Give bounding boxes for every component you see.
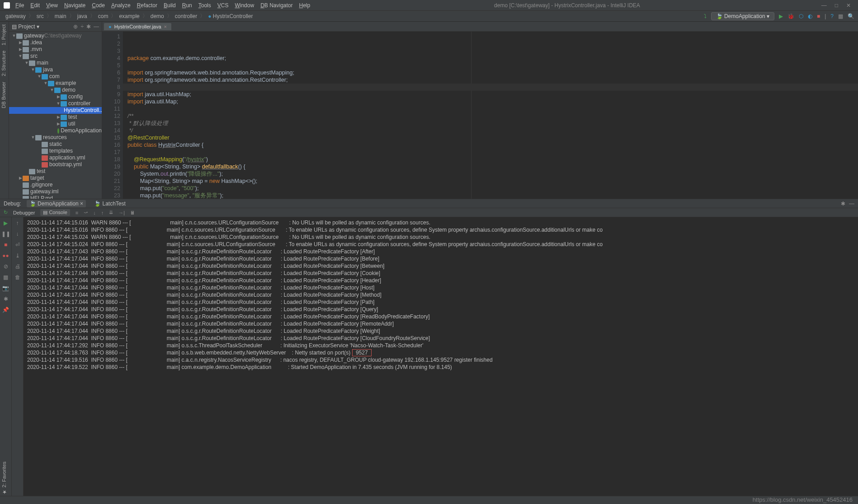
menu-run[interactable]: Run bbox=[179, 1, 195, 9]
tree-item-application-yml[interactable]: application.yml bbox=[9, 154, 102, 161]
tree-item-bootstrap-yml[interactable]: bootstrap.yml bbox=[9, 161, 102, 168]
code-line-16[interactable]: public Map<String, String> defaultfallba… bbox=[127, 163, 858, 170]
tree-item-gateway-iml[interactable]: gateway.iml bbox=[9, 188, 102, 195]
code-line-3[interactable]: import org.springframework.web.bind.anno… bbox=[127, 69, 858, 76]
mute-bp-icon[interactable]: ⊘ bbox=[4, 263, 8, 270]
tree-item-test[interactable]: test bbox=[9, 168, 102, 175]
log-line[interactable]: 2020-11-14 17:44:17.044 INFO 8860 --- [ … bbox=[27, 306, 854, 313]
tree-item--idea[interactable]: ▶.idea bbox=[9, 39, 102, 46]
breakpoints-icon[interactable]: ●● bbox=[2, 252, 9, 259]
log-line[interactable]: 2020-11-14 17:44:17.044 INFO 8860 --- [ … bbox=[27, 270, 854, 277]
log-line[interactable]: 2020-11-14 17:44:17.292 INFO 8860 --- [ … bbox=[27, 342, 854, 349]
expand-arrow[interactable]: ▼ bbox=[12, 33, 16, 39]
scroll-icon[interactable]: ⤓ bbox=[15, 252, 20, 259]
code-area[interactable]: 123456789101112131415161718192021222324 … bbox=[102, 32, 858, 199]
log-line[interactable]: 2020-11-14 17:44:17.044 INFO 8860 --- [ … bbox=[27, 299, 854, 306]
crumb-controller[interactable]: controller bbox=[173, 13, 199, 19]
tree-item-test[interactable]: ▶test bbox=[9, 114, 102, 121]
crumb-com[interactable]: com bbox=[96, 13, 110, 19]
tool-tab-favorites[interactable]: ★ 2: Favorites bbox=[1, 462, 7, 495]
tree-item-config[interactable]: ▶config bbox=[9, 93, 102, 100]
console-tab[interactable]: ▤ Console bbox=[40, 209, 70, 216]
crumb-java[interactable]: java bbox=[75, 13, 89, 19]
code-line-2[interactable] bbox=[127, 62, 858, 69]
code-line-15[interactable]: @RequestMapping("/hystrix") bbox=[127, 156, 858, 163]
log-line[interactable]: 2020-11-14 17:44:17.043 INFO 8860 --- [ … bbox=[27, 248, 854, 255]
expand-arrow[interactable]: ▼ bbox=[18, 53, 23, 60]
tree-item-demoapplication[interactable]: DemoApplication bbox=[9, 127, 102, 134]
code-line-9[interactable]: /** bbox=[127, 112, 858, 120]
down-icon[interactable]: ↓ bbox=[16, 231, 19, 237]
menu-help[interactable]: Help bbox=[297, 1, 313, 9]
crumb-demo[interactable]: demo bbox=[149, 13, 166, 19]
search-icon[interactable]: 🔍 bbox=[848, 13, 854, 19]
pause-icon[interactable]: ❚❚ bbox=[1, 231, 10, 237]
tree-item-resources[interactable]: ▼resources bbox=[9, 134, 102, 141]
tool-tab-dbbrowser[interactable]: DB Browser bbox=[0, 79, 7, 111]
code-line-1[interactable]: package com.example.demo.controller; bbox=[127, 55, 858, 62]
expand-arrow[interactable]: ▼ bbox=[31, 134, 35, 141]
log-line[interactable]: 2020-11-14 17:44:17.044 INFO 8860 --- [ … bbox=[27, 277, 854, 284]
menu-refactor[interactable]: Refactor bbox=[134, 1, 160, 9]
tree-item-demo[interactable]: ▼demo bbox=[9, 87, 102, 93]
code-text[interactable]: package com.example.demo.controller;impo… bbox=[123, 32, 858, 199]
menu-navigate[interactable]: Navigate bbox=[61, 1, 88, 9]
code-line-18[interactable]: Map<String, String> map = new HashMap<>(… bbox=[127, 177, 858, 185]
tree-item-example[interactable]: ▼example bbox=[9, 80, 102, 87]
expand-arrow[interactable]: ▶ bbox=[18, 175, 23, 182]
expand-arrow[interactable]: ▼ bbox=[56, 100, 61, 107]
log-line[interactable]: 2020-11-14 17:44:15.016 INFO 8860 --- [ … bbox=[27, 226, 854, 233]
crumb-hystrixcontroller[interactable]: ● HystrixController bbox=[206, 13, 255, 19]
build-icon[interactable]: ⤵ bbox=[704, 13, 707, 19]
structure-icon[interactable]: ▦ bbox=[838, 13, 843, 19]
log-line[interactable]: 2020-11-14 17:44:17.044 INFO 8860 --- [ … bbox=[27, 320, 854, 327]
expand-arrow[interactable]: ▼ bbox=[31, 66, 35, 73]
menu-vcs[interactable]: VCS bbox=[215, 1, 231, 9]
expand-arrow[interactable]: ▼ bbox=[24, 60, 29, 66]
clear-icon[interactable]: 🗑 bbox=[15, 274, 20, 280]
code-line-17[interactable]: System.out.println("降级操作..."); bbox=[127, 170, 858, 177]
run-config-selector[interactable]: 🍃 DemoApplication ▾ bbox=[711, 12, 774, 20]
tool-tab-structure[interactable]: 2: Structure bbox=[0, 48, 7, 79]
expand-arrow[interactable]: ▶ bbox=[56, 121, 61, 127]
close-icon[interactable]: ✕ bbox=[846, 2, 851, 9]
log-line[interactable]: 2020-11-14 17:44:17.044 INFO 8860 --- [ … bbox=[27, 327, 854, 335]
settings-icon[interactable]: ✱ bbox=[86, 23, 91, 30]
wrap-icon[interactable]: ⏎ bbox=[15, 242, 20, 248]
menu-code[interactable]: Code bbox=[89, 1, 108, 9]
code-line-8[interactable] bbox=[127, 105, 858, 112]
resume-icon[interactable]: ▶ bbox=[4, 220, 8, 226]
debug-icon[interactable]: 🐞 bbox=[787, 13, 794, 19]
tree-item-controller[interactable]: ▼controller bbox=[9, 100, 102, 107]
log-line[interactable]: 2020-11-14 17:44:19.522 INFO 8860 --- [ … bbox=[27, 364, 854, 371]
expand-arrow[interactable]: ▶ bbox=[56, 114, 61, 121]
stop-icon[interactable]: ■ bbox=[817, 13, 820, 19]
force-step-icon[interactable]: ⇊ bbox=[109, 210, 113, 215]
log-line[interactable]: 2020-11-14 17:44:17.044 INFO 8860 --- [ … bbox=[27, 291, 854, 299]
log-line[interactable]: 2020-11-14 17:44:17.044 INFO 8860 --- [ … bbox=[27, 255, 854, 262]
menu-window[interactable]: Window bbox=[232, 1, 257, 9]
tree-item--mvn[interactable]: ▶.mvn bbox=[9, 46, 102, 53]
debugger-tab[interactable]: Debugger bbox=[13, 210, 35, 215]
log-line[interactable]: 2020-11-14 17:44:18.763 INFO 8860 --- [ … bbox=[27, 349, 854, 356]
run-to-cursor-icon[interactable]: →| bbox=[118, 210, 125, 215]
camera-icon[interactable]: 📷 bbox=[2, 285, 9, 291]
expand-arrow[interactable]: ▶ bbox=[56, 93, 61, 100]
expand-arrow[interactable]: ▼ bbox=[43, 80, 48, 87]
rerun-icon[interactable]: ↻ bbox=[4, 210, 8, 215]
code-line-20[interactable]: map.put("message", "服务异常"); bbox=[127, 192, 858, 199]
tree-item-static[interactable]: static bbox=[9, 141, 102, 148]
expand-arrow[interactable]: ▼ bbox=[50, 87, 54, 93]
print-icon[interactable]: 🖨 bbox=[15, 263, 20, 270]
tree-item-com[interactable]: ▼com bbox=[9, 73, 102, 80]
project-tree[interactable]: ▼gateway C:\test\gateway▶.idea▶.mvn▼src▼… bbox=[9, 32, 102, 199]
layout-icon[interactable]: ▦ bbox=[3, 274, 8, 280]
tree-item-target[interactable]: ▶target bbox=[9, 175, 102, 182]
close-tab-icon[interactable]: × bbox=[164, 24, 167, 29]
code-line-19[interactable]: map.put("code", "500"); bbox=[127, 185, 858, 192]
hide-icon[interactable]: — bbox=[94, 23, 99, 30]
debug-tab-latchtest[interactable]: 🍃 LatchTest bbox=[91, 200, 128, 207]
log-line[interactable]: 2020-11-14 17:44:17.044 INFO 8860 --- [ … bbox=[27, 284, 854, 291]
crumb-example[interactable]: example bbox=[117, 13, 141, 19]
run-icon[interactable]: ▶ bbox=[779, 13, 783, 19]
